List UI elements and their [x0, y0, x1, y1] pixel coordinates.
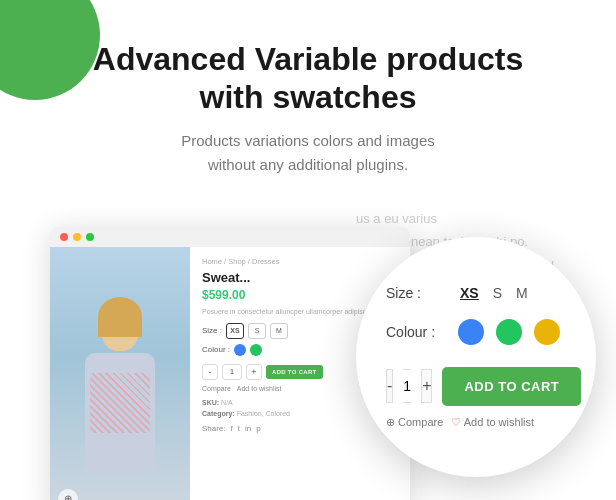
hero-section: Advanced Variable products with swatches… [0, 0, 616, 197]
qty-minus-button[interactable]: - [202, 364, 218, 380]
person-head [102, 307, 138, 351]
size-label: Size : [202, 326, 222, 335]
zoom-tooltip: Size : XS S M Colour : - 1 + ADD TO CART… [356, 237, 596, 477]
size-xs[interactable]: XS [226, 323, 244, 339]
person-hair [98, 297, 142, 337]
tooltip-color-label: Colour : [386, 324, 446, 340]
tooltip-wishlist-link[interactable]: ♡ Add to wishlist [451, 416, 534, 429]
color-label: Colour : [202, 345, 230, 354]
tooltip-size-xs[interactable]: XS [460, 285, 479, 301]
social-twitter[interactable]: t [238, 423, 240, 436]
tooltip-size-row: Size : XS S M [386, 285, 566, 301]
tooltip-color-yellow[interactable] [534, 319, 560, 345]
wishlist-link[interactable]: Add to wishlist [237, 385, 282, 392]
dress-pattern [90, 373, 150, 433]
content-area: us a eu varius corper aenean taciti morb… [0, 207, 616, 500]
person-figure [70, 287, 170, 500]
color-green[interactable] [250, 344, 262, 356]
tooltip-qty-minus[interactable]: - [386, 369, 393, 403]
tooltip-color-blue[interactable] [458, 319, 484, 345]
browser-dot-green [86, 233, 94, 241]
product-image-area: ⊕ [50, 247, 190, 500]
qty-value: 1 [222, 364, 242, 380]
hero-subtitle: Products variations colors and images wi… [60, 129, 556, 177]
browser-dot-red [60, 233, 68, 241]
browser-dot-yellow [73, 233, 81, 241]
size-s[interactable]: S [248, 323, 266, 339]
social-pinterest[interactable]: p [256, 423, 260, 436]
compare-link[interactable]: Compare [202, 385, 231, 392]
tooltip-color-green[interactable] [496, 319, 522, 345]
sku-value: N/A [221, 399, 233, 406]
hero-subtitle-line1: Products variations colors and images [181, 132, 434, 149]
tooltip-qty-cart-row: - 1 + ADD TO CART [386, 367, 566, 406]
hero-title: Advanced Variable products with swatches [60, 40, 556, 117]
social-facebook[interactable]: f [231, 423, 233, 436]
tooltip-size-label: Size : [386, 285, 446, 301]
category-label: Category: [202, 410, 235, 417]
tooltip-qty-value: 1 [403, 369, 411, 403]
tooltip-qty-plus[interactable]: + [421, 369, 432, 403]
product-person-bg [50, 247, 190, 500]
category-value: Fashion, Colored [237, 410, 290, 417]
browser-bar [50, 227, 410, 247]
qty-plus-button[interactable]: + [246, 364, 262, 380]
product-name: Sweat... [202, 270, 398, 285]
share-label: Share: [202, 423, 226, 436]
person-body [85, 353, 155, 473]
tooltip-color-row: Colour : [386, 319, 566, 345]
social-linkedin[interactable]: in [245, 423, 251, 436]
color-blue[interactable] [234, 344, 246, 356]
hero-subtitle-line2: without any additional plugins. [208, 156, 408, 173]
tooltip-bottom-row: ⊕ Compare ♡ Add to wishlist [386, 416, 566, 429]
tooltip-add-to-cart-button[interactable]: ADD TO CART [442, 367, 581, 406]
product-breadcrumb: Home / Shop / Dresses [202, 257, 398, 266]
social-row: Share: f t in p [202, 423, 398, 436]
browser-content: ⊕ Home / Shop / Dresses Sweat... $599.00… [50, 247, 410, 500]
tooltip-compare-link[interactable]: ⊕ Compare [386, 416, 443, 429]
size-m[interactable]: M [270, 323, 288, 339]
tooltip-size-m[interactable]: M [516, 285, 528, 301]
tooltip-size-s[interactable]: S [493, 285, 502, 301]
product-price: $599.00 [202, 288, 398, 302]
sku-label: SKU: [202, 399, 219, 406]
add-to-cart-button-small[interactable]: ADD TO CART [266, 365, 323, 379]
tooltip-inner: Size : XS S M Colour : - 1 + ADD TO CART… [356, 265, 596, 449]
